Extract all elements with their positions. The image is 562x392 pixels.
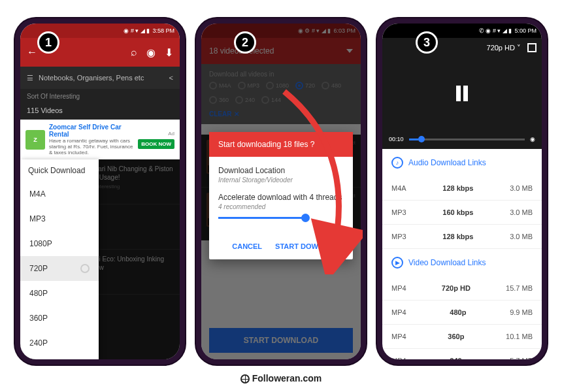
confirm-dialog: Start downloading 18 files ? Download Lo… [209, 132, 353, 259]
video-download-item[interactable]: MP4720p HD15.7 MB [382, 276, 542, 301]
video-count: 115 Videos [20, 104, 180, 120]
threads-slider[interactable] [218, 217, 306, 219]
audio-section-header: ♪ Audio Download Links [382, 149, 542, 176]
ad-tag: Ad [168, 131, 174, 137]
radio-icon [80, 264, 90, 273]
quality-option[interactable]: 144P [20, 355, 99, 359]
seek-bar[interactable] [409, 139, 525, 140]
audio-download-item[interactable]: MP3160 kbps3.0 MB [382, 201, 542, 225]
step-badge-3: 3 [416, 31, 438, 54]
video-download-item[interactable]: MP4480p9.9 MB [382, 301, 542, 325]
current-time: 00:10 [389, 136, 404, 142]
video-download-item[interactable]: MP4240p5.7 MB [382, 349, 542, 359]
quality-option[interactable]: 360P [20, 306, 99, 331]
video-download-item[interactable]: MP4360p10.1 MB [382, 325, 542, 349]
ad-title: Zoomcar Self Drive Car Rental [49, 123, 134, 138]
pause-button[interactable] [456, 86, 468, 101]
ad-desc: Have a romantic getaway with cars starti… [49, 138, 134, 155]
share-icon[interactable]: < [169, 74, 173, 82]
fullscreen-icon[interactable] [527, 43, 537, 52]
quality-selector[interactable]: 720p HD ˅ [487, 44, 521, 52]
step-badge-1: 1 [37, 31, 59, 54]
phone-1: ◉ # ▾ ◢ ▮3:58 PM ← ⌕ ◉ ⬇ ☰ Notebooks, Or… [15, 18, 185, 365]
location-label: Download Location [218, 166, 344, 175]
step-badge-2: 2 [234, 31, 256, 54]
phone-3: ✆ ◉ # ▾ ◢ ▮5:00 PM 720p HD ˅ 00:10 ◉ ♪ A… [377, 18, 547, 365]
audio-download-item[interactable]: M4A128 kbps3.0 MB [382, 176, 542, 201]
quick-download-sheet: Quick Download M4AMP31080P720P480P360P24… [20, 159, 99, 359]
location-value: Internal Storage/Videoder [218, 176, 344, 184]
cast-icon[interactable]: ◉ [530, 136, 535, 142]
watermark: Followeran.com [0, 373, 562, 384]
ad-logo: Z [25, 130, 45, 150]
video-icon: ▶ [391, 257, 403, 269]
start-download-button[interactable]: START DOWNLOAD [275, 242, 344, 250]
breadcrumb-text: Notebooks, Organisers, Pens etc [39, 74, 144, 82]
search-icon[interactable]: ⌕ [131, 46, 137, 58]
quality-option[interactable]: 1080P [20, 231, 99, 256]
ad-banner[interactable]: Z Zoomcar Self Drive Car Rental Have a r… [20, 120, 180, 159]
menu-icon[interactable]: ☰ [27, 74, 33, 82]
breadcrumb-bar: ☰ Notebooks, Organisers, Pens etc < [20, 67, 180, 89]
threads-rec: 4 recommended [218, 203, 344, 210]
quality-option[interactable]: 240P [20, 331, 99, 355]
quality-option[interactable]: 720P [20, 256, 99, 281]
dialog-title: Start downloading 18 files ? [209, 132, 353, 157]
backdrop-dim [99, 159, 180, 359]
channel-name: Sort Of Interesting [20, 89, 180, 104]
cancel-button[interactable]: CANCEL [232, 242, 262, 250]
back-icon[interactable]: ← [27, 46, 37, 58]
globe-icon [240, 374, 250, 384]
threads-label: Accelerate download with 4 threads [218, 193, 344, 202]
quality-option[interactable]: M4A [20, 182, 99, 206]
quality-option[interactable]: MP3 [20, 206, 99, 231]
quality-option[interactable]: 480P [20, 281, 99, 306]
phone-2: ◉ ⚙ # ▾ ◢ ▮6:03 PM 18 videos selected Do… [196, 18, 366, 365]
video-player[interactable]: 720p HD ˅ 00:10 ◉ [382, 38, 542, 149]
video-section-header: ▶ Video Download Links [382, 249, 542, 276]
audio-icon: ♪ [391, 157, 403, 169]
audio-download-item[interactable]: MP3128 kbps3.0 MB [382, 225, 542, 249]
sheet-title: Quick Download [20, 159, 99, 182]
download-icon[interactable]: ⬇ [165, 46, 173, 59]
status-bar: ✆ ◉ # ▾ ◢ ▮5:00 PM [382, 24, 542, 38]
browser-icon[interactable]: ◉ [146, 46, 156, 59]
ad-cta-button[interactable]: BOOK NOW [138, 139, 174, 149]
